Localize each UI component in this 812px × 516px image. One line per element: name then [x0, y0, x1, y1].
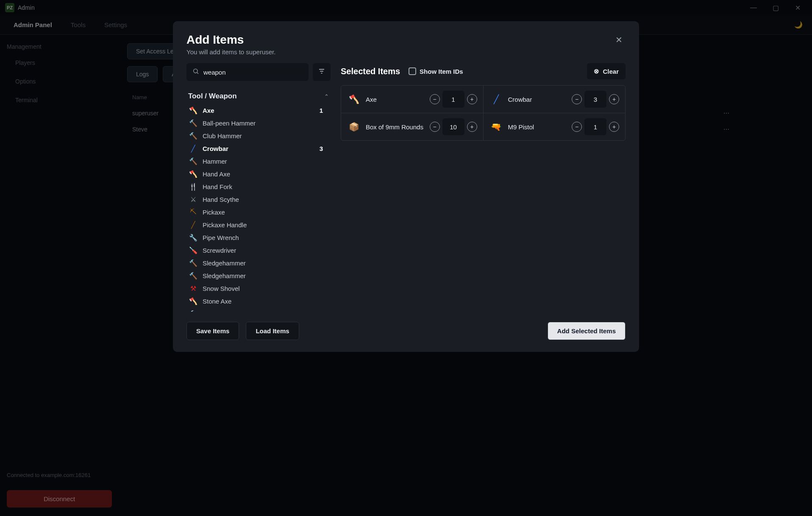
qty-plus-button[interactable]: +: [467, 122, 477, 132]
svg-line-1: [197, 73, 198, 74]
qty-minus-button[interactable]: −: [430, 94, 440, 104]
item-count: 1: [320, 107, 323, 114]
svg-point-0: [194, 69, 197, 73]
item-icon: ╱: [188, 143, 198, 153]
selected-items-grid: 🪓Axe−1+╱Crowbar−3+📦Box of 9mm Rounds−10+…: [341, 85, 626, 141]
qty-plus-button[interactable]: +: [609, 122, 619, 132]
list-item[interactable]: 🍴Hand Fork: [186, 180, 328, 193]
qty-value[interactable]: 1: [442, 91, 464, 108]
item-icon: ⚒: [188, 283, 198, 293]
item-name: Hand Fork: [203, 183, 326, 190]
close-icon[interactable]: ✕: [612, 33, 626, 47]
list-item[interactable]: 🔨Ball-peen Hammer: [186, 117, 328, 129]
item-count: 3: [320, 145, 323, 152]
item-name: Axe: [203, 107, 315, 114]
item-name: Screwdriver: [203, 247, 326, 254]
list-item[interactable]: ⛏Pickaxe: [186, 206, 328, 218]
show-ids-label: Show Item IDs: [420, 68, 463, 75]
item-icon: 🔨: [188, 156, 198, 166]
category-label: Tool / Weapon: [188, 92, 324, 100]
item-name: Ball-peen Hammer: [203, 120, 326, 127]
list-item[interactable]: 🪓Hand Axe: [186, 167, 328, 180]
item-icon: 🪓: [188, 105, 198, 115]
qty-value[interactable]: 3: [584, 91, 606, 108]
item-name: Hand Scythe: [203, 196, 326, 203]
item-icon: ╱: [188, 220, 198, 230]
list-item[interactable]: 🔨Stone Hammer: [186, 307, 328, 312]
item-icon: 🪓: [188, 169, 198, 179]
item-icon: 🪓: [188, 296, 198, 306]
item-name: Club Hammer: [203, 132, 326, 139]
filter-button[interactable]: [313, 63, 331, 81]
item-icon: 🔨: [188, 271, 198, 281]
qty-minus-button[interactable]: −: [572, 94, 582, 104]
list-item[interactable]: 🔨Hammer: [186, 155, 328, 167]
list-item[interactable]: 🪛Screwdriver: [186, 244, 328, 257]
show-item-ids-toggle[interactable]: Show Item IDs: [409, 67, 463, 75]
qty-plus-button[interactable]: +: [609, 94, 619, 104]
search-icon: [192, 68, 199, 76]
item-icon: 🪛: [188, 245, 198, 255]
item-name: Hammer: [203, 158, 326, 165]
item-icon: ╱: [489, 92, 503, 106]
clear-icon: ⊗: [594, 67, 599, 75]
category-header[interactable]: Tool / Weapon ⌃: [186, 89, 331, 104]
item-icon: 🔨: [188, 118, 198, 128]
item-name: Snow Shovel: [203, 285, 326, 292]
list-item[interactable]: 🔨Sledgehammer: [186, 257, 328, 269]
selected-item-name: Crowbar: [508, 96, 567, 103]
list-item[interactable]: ╱Crowbar3: [186, 142, 328, 155]
save-items-button[interactable]: Save Items: [186, 322, 239, 340]
item-name: Stone Axe: [203, 298, 326, 305]
item-icon: 🪓: [347, 92, 361, 106]
item-name: Sledgehammer: [203, 259, 326, 267]
item-icon: 🔨: [188, 258, 198, 268]
list-item[interactable]: 🪓Axe1: [186, 104, 328, 117]
item-list[interactable]: 🪓Axe1🔨Ball-peen Hammer🔨Club Hammer╱Crowb…: [186, 104, 331, 312]
qty-minus-button[interactable]: −: [430, 122, 440, 132]
item-name: Pickaxe Handle: [203, 221, 326, 229]
add-selected-items-button[interactable]: Add Selected Items: [548, 322, 626, 340]
item-icon: 🔧: [188, 232, 198, 243]
list-item[interactable]: 🔨Club Hammer: [186, 129, 328, 142]
selected-item-name: M9 Pistol: [508, 123, 567, 131]
selected-items-title: Selected Items: [341, 67, 400, 76]
list-item[interactable]: ╱Pickaxe Handle: [186, 218, 328, 231]
item-icon: 🔨: [188, 131, 198, 141]
list-item[interactable]: ⚒Snow Shovel: [186, 282, 328, 295]
search-input-wrap: [186, 63, 309, 81]
filter-icon: [318, 67, 325, 77]
checkbox-icon[interactable]: [409, 67, 416, 75]
item-icon: 🔫: [489, 120, 503, 134]
clear-button[interactable]: ⊗ Clear: [587, 63, 626, 79]
qty-value[interactable]: 10: [442, 118, 464, 135]
list-item[interactable]: ⚔Hand Scythe: [186, 193, 328, 206]
chevron-up-icon: ⌃: [324, 93, 329, 100]
selected-item-name: Axe: [366, 96, 425, 103]
qty-minus-button[interactable]: −: [572, 122, 582, 132]
list-item[interactable]: 🔧Pipe Wrench: [186, 231, 328, 244]
selected-item-cell: 📦Box of 9mm Rounds−10+: [341, 113, 484, 140]
item-icon: ⛏: [188, 207, 198, 217]
selected-item-cell: ╱Crowbar−3+: [484, 86, 626, 113]
item-icon: 🔨: [188, 309, 198, 312]
item-name: Crowbar: [203, 145, 315, 152]
modal-title: Add Items: [186, 33, 275, 47]
add-items-modal: Add Items You will add items to superuse…: [173, 21, 639, 352]
selected-item-cell: 🪓Axe−1+: [341, 86, 484, 113]
clear-label: Clear: [603, 68, 619, 75]
item-icon: 🍴: [188, 181, 198, 192]
selected-item-name: Box of 9mm Rounds: [366, 123, 425, 131]
item-name: Pickaxe: [203, 209, 326, 216]
list-item[interactable]: 🔨Sledgehammer: [186, 269, 328, 282]
selected-item-cell: 🔫M9 Pistol−1+: [484, 113, 626, 140]
qty-value[interactable]: 1: [584, 118, 606, 135]
modal-overlay: Add Items You will add items to superuse…: [0, 0, 812, 516]
item-icon: 📦: [347, 120, 361, 134]
search-input[interactable]: [203, 69, 303, 76]
item-name: Sledgehammer: [203, 272, 326, 279]
list-item[interactable]: 🪓Stone Axe: [186, 295, 328, 307]
modal-subtitle: You will add items to superuser.: [186, 48, 275, 56]
load-items-button[interactable]: Load Items: [246, 322, 299, 340]
qty-plus-button[interactable]: +: [467, 94, 477, 104]
